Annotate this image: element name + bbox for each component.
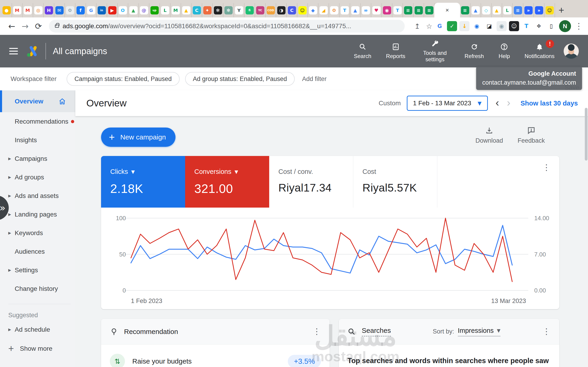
pinned-tab[interactable]: G [86,3,96,17]
date-range-picker[interactable]: 1 Feb - 13 Mar 2023▼ [407,96,488,111]
sidebar-item-landing-pages[interactable]: ▶Landing pages [0,205,75,224]
pinned-tab[interactable]: ≡ [460,3,470,17]
pinned-tab[interactable]: ≡ [414,3,424,17]
pinned-tab[interactable]: ◇ [481,3,492,17]
sort-by-dropdown[interactable]: Impressions▼ [458,327,501,336]
expander-icon[interactable]: ▶ [8,194,11,198]
twitter-icon[interactable]: T [521,21,531,31]
tools-and-settings-button[interactable]: Tools and settings [420,40,450,62]
sidebar-item-change-history[interactable]: Change history [0,279,75,298]
dark-reader-icon[interactable]: ◪ [484,21,494,31]
pinned-tab[interactable]: @ [139,3,149,17]
pinned-tab[interactable]: ◢ [318,3,329,17]
pinned-tab[interactable]: ≡ [403,3,414,17]
pinned-tab[interactable]: ▲ [181,3,191,17]
searches-menu-icon[interactable]: ⋮ [542,328,551,335]
extensions-puzzle-icon[interactable]: ❖ [534,21,544,31]
pinned-tab[interactable]: ⚙ [329,3,339,17]
pinned-tab[interactable]: ▲ [470,3,481,17]
help-button[interactable]: Help [499,43,510,59]
close-tab-icon[interactable]: × [445,7,449,14]
camera-icon[interactable]: ◉ [497,21,507,31]
pinned-tab[interactable]: M [12,3,23,17]
sidebar-item-recommendations[interactable]: Recommendations [0,112,75,131]
pinned-tab[interactable]: ≡ [424,3,435,17]
pinned-tab[interactable]: ▶ [107,3,118,17]
pinned-tab[interactable]: T [339,3,350,17]
pinned-tab[interactable]: L [502,3,513,17]
share-icon[interactable]: ↥ [414,22,420,30]
pinned-tab[interactable]: C [191,3,202,17]
pinned-tab[interactable]: f [75,3,86,17]
pinned-tab[interactable]: ∞ [361,3,371,17]
reader-icon[interactable]: ▯ [546,21,556,31]
browser-profile-avatar[interactable]: N [559,20,571,32]
searches-card-title[interactable]: Searches [362,327,391,336]
expander-icon[interactable]: ▶ [8,156,11,161]
refresh-button[interactable]: Refresh [465,43,484,59]
pinned-tab[interactable]: C [287,3,297,17]
snapchat-icon[interactable]: ☺ [509,21,519,31]
pinned-tab[interactable]: L [160,3,170,17]
notifications-button[interactable]: !Notifications [525,43,554,59]
pinned-tab[interactable]: ≡ [513,3,523,17]
recommendation-item-title[interactable]: Raise your budgets [132,357,192,365]
pinned-tab[interactable]: ✉ [54,3,65,17]
metric-tile-conversions[interactable]: Conversions▼321.00 [185,156,269,208]
sidebar-item-ads-and-assets[interactable]: ▶Ads and assets [0,186,75,205]
chevron-down-icon[interactable]: ▼ [131,169,135,175]
expander-icon[interactable]: ▶ [8,327,11,332]
pinned-tab[interactable]: ✻ [213,3,223,17]
pinned-tab[interactable]: » [523,3,534,17]
reports-button[interactable]: Reports [386,43,405,59]
browser-menu-icon[interactable]: ⋮ [575,23,583,30]
new-tab-button[interactable]: + [555,3,568,17]
address-bar[interactable]: ads.google.com/aw/overview?ocid=11058166… [49,20,405,33]
pinned-tab[interactable]: COD [266,3,276,17]
sidebar-item-campaigns[interactable]: ▶Campaigns [0,149,75,168]
feedback-button[interactable]: Feedback [518,126,545,144]
campaign-status-chip[interactable]: Campaign status: Enabled, Paused [67,72,179,86]
pinned-tab[interactable]: ⚙ [65,3,75,17]
pinned-tab[interactable]: ▲ [128,3,139,17]
back-icon[interactable]: ← [8,22,15,31]
pinned-tab[interactable]: ▲ [492,3,502,17]
sidebar-item-overview[interactable]: Overview [0,90,75,112]
expander-icon[interactable]: ▶ [8,268,11,272]
pinned-tab[interactable]: H [44,3,54,17]
sidebar-item-audiences[interactable]: Audiences [0,242,75,261]
pinned-tab[interactable]: ✻ [223,3,234,17]
pinned-tab[interactable]: M [23,3,33,17]
page-scrollbar[interactable] [585,108,588,161]
pinned-tab[interactable]: ◎ [33,3,44,17]
pinned-tab[interactable]: O [118,3,128,17]
metric-tile-cost[interactable]: CostRiyal5.57K [353,156,437,208]
forward-icon[interactable]: → [22,22,28,31]
pinned-tab[interactable]: ▲ [350,3,361,17]
show-last-30-days-link[interactable]: Show last 30 days [520,100,578,107]
pinned-tab[interactable]: ✦ [202,3,213,17]
pinned-tab[interactable]: T [392,3,403,17]
pinned-tab[interactable]: fi [244,3,255,17]
ad-group-status-chip[interactable]: Ad group status: Enabled, Paused [185,72,295,86]
bookmark-star-icon[interactable]: ☆ [426,22,432,30]
download-button[interactable]: Download [476,126,503,144]
prev-range-icon[interactable]: ‹ [496,96,499,109]
image-downloader-icon[interactable]: ↓ [459,21,469,31]
show-more-button[interactable]: +Show more [0,339,75,359]
expander-icon[interactable]: ▶ [8,231,11,235]
chart-menu-icon[interactable]: ⋮ [542,164,551,171]
pinned-tab[interactable]: ● [1,3,12,17]
pinned-tab[interactable]: Y [234,3,244,17]
expander-icon[interactable]: ▶ [8,175,11,179]
hamburger-menu-icon[interactable] [9,48,18,54]
google-translate-icon[interactable]: G [435,21,445,31]
reload-icon[interactable]: ⟳ [35,22,42,31]
active-tab[interactable]: × [434,3,460,17]
pinned-tab[interactable]: M [170,3,181,17]
pinned-tab[interactable]: ☺ [544,3,555,17]
oval-icon[interactable]: ◉ [472,21,482,31]
pinned-tab[interactable]: YC [255,3,266,17]
add-filter-button[interactable]: Add filter [302,75,327,83]
sidebar-item-insights[interactable]: Insights [0,131,75,149]
